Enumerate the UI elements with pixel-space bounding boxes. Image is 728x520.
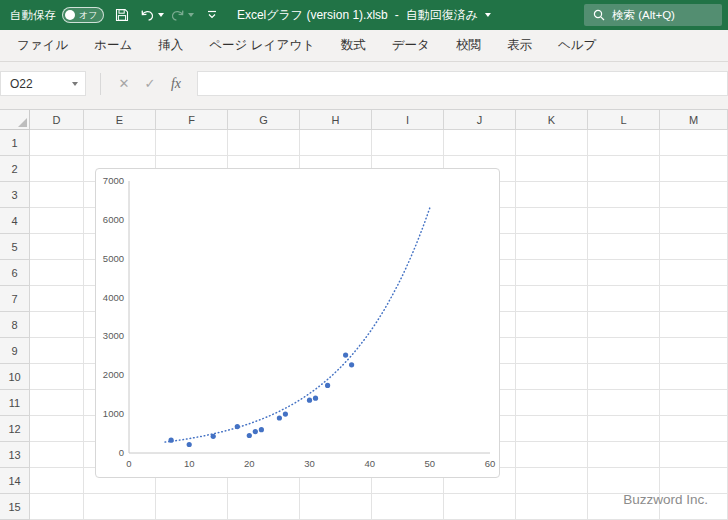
cell-M3[interactable] <box>660 182 728 208</box>
row-header-11[interactable]: 11 <box>0 390 30 416</box>
cell-M10[interactable] <box>660 364 728 390</box>
cell-L14[interactable] <box>588 468 660 494</box>
cell-L10[interactable] <box>588 364 660 390</box>
cell-M5[interactable] <box>660 234 728 260</box>
cell-K1[interactable] <box>516 130 588 156</box>
column-header-L[interactable]: L <box>588 110 660 130</box>
cell-G1[interactable] <box>228 130 300 156</box>
undo-button[interactable] <box>140 3 164 27</box>
cell-D2[interactable] <box>30 156 84 182</box>
insert-function-button[interactable]: fx <box>163 71 189 96</box>
cell-D9[interactable] <box>30 338 84 364</box>
cell-L8[interactable] <box>588 312 660 338</box>
cell-K12[interactable] <box>516 416 588 442</box>
enter-button[interactable]: ✓ <box>137 71 163 96</box>
cell-D15[interactable] <box>30 494 84 520</box>
cell-M1[interactable] <box>660 130 728 156</box>
row-header-13[interactable]: 13 <box>0 442 30 468</box>
data-point[interactable] <box>253 429 258 434</box>
cell-E1[interactable] <box>84 130 156 156</box>
cell-M14[interactable] <box>660 468 728 494</box>
cell-D12[interactable] <box>30 416 84 442</box>
column-header-H[interactable]: H <box>300 110 372 130</box>
cell-D6[interactable] <box>30 260 84 286</box>
undo-dropdown-icon[interactable] <box>158 13 164 17</box>
select-all-corner[interactable] <box>0 110 30 130</box>
column-header-I[interactable]: I <box>372 110 444 130</box>
cell-L9[interactable] <box>588 338 660 364</box>
cell-L1[interactable] <box>588 130 660 156</box>
row-header-5[interactable]: 5 <box>0 234 30 260</box>
cell-J1[interactable] <box>444 130 516 156</box>
cell-K10[interactable] <box>516 364 588 390</box>
cell-D14[interactable] <box>30 468 84 494</box>
cell-H1[interactable] <box>300 130 372 156</box>
cell-G15[interactable] <box>228 494 300 520</box>
chart-object[interactable]: 0100020003000400050006000700001020304050… <box>95 168 500 478</box>
cell-M9[interactable] <box>660 338 728 364</box>
cell-F15[interactable] <box>156 494 228 520</box>
cell-L11[interactable] <box>588 390 660 416</box>
cell-K13[interactable] <box>516 442 588 468</box>
cell-K2[interactable] <box>516 156 588 182</box>
cell-L13[interactable] <box>588 442 660 468</box>
cell-M11[interactable] <box>660 390 728 416</box>
cell-L12[interactable] <box>588 416 660 442</box>
data-point[interactable] <box>235 424 240 429</box>
cell-M2[interactable] <box>660 156 728 182</box>
customize-toolbar-button[interactable] <box>200 3 224 27</box>
cell-K9[interactable] <box>516 338 588 364</box>
cell-D7[interactable] <box>30 286 84 312</box>
ribbon-tab-表示[interactable]: 表示 <box>494 30 545 61</box>
column-header-G[interactable]: G <box>228 110 300 130</box>
cell-K5[interactable] <box>516 234 588 260</box>
row-header-8[interactable]: 8 <box>0 312 30 338</box>
row-header-3[interactable]: 3 <box>0 182 30 208</box>
cell-E15[interactable] <box>84 494 156 520</box>
cell-L5[interactable] <box>588 234 660 260</box>
cell-K7[interactable] <box>516 286 588 312</box>
cell-K11[interactable] <box>516 390 588 416</box>
row-header-12[interactable]: 12 <box>0 416 30 442</box>
ribbon-tab-ホーム[interactable]: ホーム <box>81 30 145 61</box>
data-point[interactable] <box>277 415 282 420</box>
autosave-toggle[interactable]: オフ <box>62 7 104 23</box>
cell-D13[interactable] <box>30 442 84 468</box>
cell-L2[interactable] <box>588 156 660 182</box>
redo-button[interactable] <box>170 3 194 27</box>
cell-D5[interactable] <box>30 234 84 260</box>
cell-D8[interactable] <box>30 312 84 338</box>
cell-H15[interactable] <box>300 494 372 520</box>
data-point[interactable] <box>343 353 348 358</box>
cell-F1[interactable] <box>156 130 228 156</box>
cell-K3[interactable] <box>516 182 588 208</box>
ribbon-tab-ページ レイアウト[interactable]: ページ レイアウト <box>196 30 328 61</box>
trendline[interactable] <box>165 208 430 442</box>
cell-D3[interactable] <box>30 182 84 208</box>
data-point[interactable] <box>211 434 216 439</box>
row-header-15[interactable]: 15 <box>0 494 30 520</box>
column-header-J[interactable]: J <box>444 110 516 130</box>
name-box-dropdown[interactable] <box>65 72 85 95</box>
row-header-9[interactable]: 9 <box>0 338 30 364</box>
cell-K14[interactable] <box>516 468 588 494</box>
cell-L6[interactable] <box>588 260 660 286</box>
cell-M6[interactable] <box>660 260 728 286</box>
ribbon-tab-ヘルプ[interactable]: ヘルプ <box>545 30 609 61</box>
column-header-F[interactable]: F <box>156 110 228 130</box>
data-point[interactable] <box>349 362 354 367</box>
title-dropdown-icon[interactable] <box>485 13 491 17</box>
row-header-7[interactable]: 7 <box>0 286 30 312</box>
cell-M13[interactable] <box>660 442 728 468</box>
cell-J15[interactable] <box>444 494 516 520</box>
cell-K6[interactable] <box>516 260 588 286</box>
cell-K8[interactable] <box>516 312 588 338</box>
data-point[interactable] <box>283 412 288 417</box>
row-header-1[interactable]: 1 <box>0 130 30 156</box>
data-point[interactable] <box>187 442 192 447</box>
save-button[interactable] <box>110 3 134 27</box>
data-point[interactable] <box>247 433 252 438</box>
data-point[interactable] <box>259 427 264 432</box>
search-box[interactable]: 検索 (Alt+Q) <box>584 4 722 26</box>
data-point[interactable] <box>169 438 174 443</box>
